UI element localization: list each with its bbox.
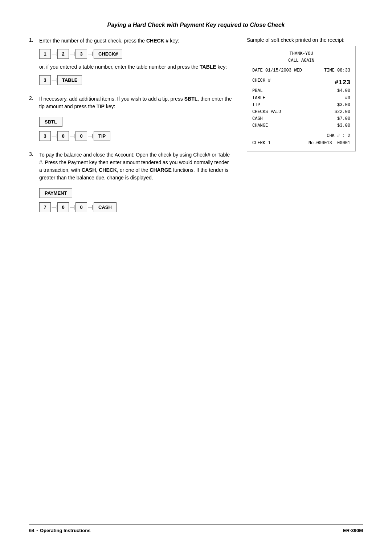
receipt-spacer [252,64,350,67]
receipt-caption: Sample of soft check printed on the rece… [247,37,363,43]
key-table: TABLE [57,75,82,85]
step-2-keys: 3 ⊣ 0 ⊣ 0 ⊣ TIP [39,131,232,141]
key-tip: TIP [94,131,110,141]
step-1-text2: or, if you entered a table number, enter… [39,64,227,70]
key-3: 3 [75,49,87,59]
receipt-check-row: CHECK # #123 [252,77,350,88]
step-3-text: To pay the balance and close the Account… [39,151,232,182]
separator: ⊣ [87,203,93,211]
key-3c: 3 [39,131,51,141]
separator: ⊣ [87,50,93,58]
receipt-table-val: #3 [345,95,350,102]
receipt-table-label: TABLE [252,95,265,102]
receipt-change-val: $3.00 [337,122,350,129]
separator: ⊣ [87,132,93,140]
separator: ⊣ [69,50,75,58]
receipt-cash-val: $7.00 [337,116,350,122]
step-1-header: 1. Enter the number of the guest check, … [29,37,232,45]
receipt-clerk-row: CLERK 1 No.000013 00001 [252,140,350,147]
receipt-cash-row: CASH $7.00 [252,116,350,122]
receipt-chk-val: CHK # : 2 [327,133,350,139]
receipt-checks-paid-row: CHECKS PAID $22.00 [252,109,350,116]
receipt-check-label: CHECK # [252,77,270,88]
step-2: 2. If necessary, add additional items. I… [29,95,232,141]
step-1-num: 1. [29,37,36,45]
step-1-keys2: 3 ⊣ TABLE [39,75,232,85]
step-1-text: Enter the number of the guest check, pre… [39,37,179,45]
key-sbtl: SBTL [39,117,62,127]
footer-page-num: 64 [29,528,34,533]
key-3b: 3 [39,75,51,85]
left-column: 1. Enter the number of the guest check, … [29,37,232,510]
step-3-num: 3. [29,151,36,182]
separator: ⊣ [51,50,57,58]
receipt-cash-label: CASH [252,116,263,122]
step-2-header: 2. If necessary, add additional items. I… [29,95,232,110]
receipt-call-again: CALL AGAIN [252,57,350,64]
separator: ⊣ [69,203,75,211]
footer-right: ER-390M [343,528,363,533]
step-2-num: 2. [29,95,36,110]
receipt-box: THANK-YOU CALL AGAIN DATE 01/15/2003 WED… [247,46,356,151]
footer-center-text: Operating Instructions [40,528,90,533]
separator: ⊣ [69,132,75,140]
receipt-tip-label: TIP [252,102,260,109]
key-0b: 0 [75,131,87,141]
receipt-check-num: #123 [335,77,350,88]
page: Paying a Hard Check with Payment Key req… [0,0,392,555]
receipt-change-label: CHANGE [252,122,268,129]
receipt-clerk-val: No.000013 00001 [309,140,350,147]
receipt-thank-you: THANK-YOU [252,50,350,57]
receipt-date: DATE 01/15/2003 WED [252,67,302,74]
receipt-clerk-label: CLERK 1 [252,140,270,147]
step-3: 3. To pay the balance and close the Acco… [29,151,232,212]
receipt-change-row: CHANGE $3.00 [252,122,350,129]
step-2-text: If necessary, add additional items. If y… [39,95,232,110]
key-cash: CASH [94,202,117,212]
step-1: 1. Enter the number of the guest check, … [29,37,232,85]
key-2: 2 [57,49,69,59]
receipt-divider [252,131,350,131]
separator: ⊣ [51,203,57,211]
receipt-pbal-row: PBAL $4.00 [252,88,350,94]
step-3-keys: 7 ⊣ 0 ⊣ 0 ⊣ CASH [39,202,232,212]
page-title: Paying a Hard Check with Payment Key req… [29,22,363,28]
separator: ⊣ [51,132,57,140]
content-area: 1. Enter the number of the guest check, … [29,37,363,510]
key-check-hash: CHECK# [94,49,122,59]
key-7: 7 [39,202,51,212]
key-0d: 0 [75,202,87,212]
receipt-time: TIME 08:33 [324,67,350,74]
footer-left: 64 • Operating Instructions [29,528,90,533]
key-1: 1 [39,49,51,59]
receipt-spacer2 [252,74,350,77]
receipt-date-time: DATE 01/15/2003 WED TIME 08:33 [252,67,350,74]
receipt-tip-row: TIP $3.00 [252,102,350,109]
separator: ⊣ [51,76,57,84]
receipt-pbal-label: PBAL [252,88,263,94]
right-column: Sample of soft check printed on the rece… [247,37,363,510]
footer-bullet: • [36,528,38,532]
receipt-chk-row: CHK # : 2 [252,133,350,139]
step-3-header: 3. To pay the balance and close the Acco… [29,151,232,182]
receipt-table-row: TABLE #3 [252,95,350,102]
receipt-tip-val: $3.00 [337,102,350,109]
key-0c: 0 [57,202,69,212]
key-0a: 0 [57,131,69,141]
receipt-checks-paid-label: CHECKS PAID [252,109,281,116]
receipt-pbal-val: $4.00 [337,88,350,94]
key-payment: PAYMENT [39,188,72,198]
step-1-keys: 1 ⊣ 2 ⊣ 3 ⊣ CHECK# [39,49,232,59]
receipt-checks-paid-val: $22.00 [335,109,350,116]
footer: 64 • Operating Instructions ER-390M [29,524,363,533]
